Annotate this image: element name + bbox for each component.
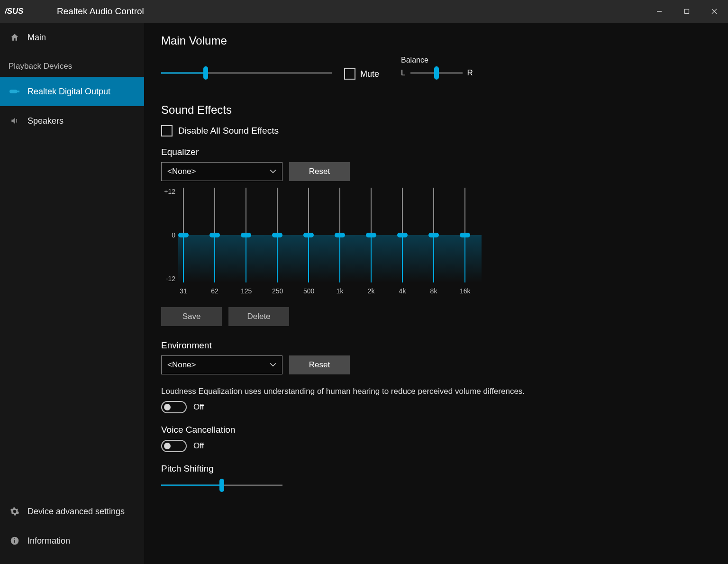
eq-band-label: 4k: [397, 287, 408, 295]
eq-band-label: 62: [209, 287, 220, 295]
eq-band-label: 125: [241, 287, 251, 295]
chevron-down-icon: [270, 362, 276, 368]
eq-band-125[interactable]: [241, 188, 251, 282]
eq-band-8k[interactable]: [428, 188, 439, 282]
svg-rect-9: [14, 538, 15, 539]
content: Main Volume Mute Balance L R: [144, 23, 728, 564]
sidebar-item-advanced[interactable]: Device advanced settings: [0, 497, 144, 526]
optical-icon: [9, 86, 20, 97]
info-icon: [9, 536, 20, 546]
sidebar-item-main[interactable]: Main: [0, 23, 144, 52]
balance-left-label: L: [401, 68, 405, 78]
window-controls: [646, 2, 728, 20]
voice-cancel-state-label: Off: [193, 441, 204, 451]
sidebar: Main Playback Devices Realtek Digital Ou…: [0, 23, 144, 564]
eq-band-2k[interactable]: [366, 188, 376, 282]
eq-band-label: 31: [178, 287, 189, 295]
svg-rect-6: [17, 91, 19, 92]
equalizer-scale: +12 0 -12: [161, 188, 175, 282]
balance-label: Balance: [401, 56, 428, 64]
maximize-button[interactable]: [673, 2, 701, 20]
loudness-state-label: Off: [193, 402, 204, 412]
environment-reset-button[interactable]: Reset: [289, 355, 350, 374]
equalizer-preset-dropdown[interactable]: <None>: [161, 162, 282, 181]
pitch-label: Pitch Shifting: [161, 464, 728, 474]
eq-band-label: 1k: [335, 287, 345, 295]
eq-band-250[interactable]: [272, 188, 282, 282]
sidebar-item-speakers[interactable]: Speakers: [0, 106, 144, 136]
eq-band-62[interactable]: [209, 188, 220, 282]
sidebar-section-header: Playback Devices: [0, 52, 144, 77]
close-button[interactable]: [701, 2, 728, 20]
voice-cancel-toggle[interactable]: [161, 440, 187, 452]
sound-effects-title: Sound Effects: [161, 103, 728, 117]
sidebar-item-label: Information: [27, 536, 70, 546]
loudness-description: Loudness Equalization uses understanding…: [161, 387, 728, 396]
eq-band-16k[interactable]: [460, 188, 470, 282]
loudness-toggle[interactable]: [161, 401, 187, 413]
mute-checkbox[interactable]: [344, 68, 355, 80]
balance-slider[interactable]: [410, 66, 463, 80]
environment-preset-dropdown[interactable]: <None>: [161, 355, 282, 374]
environment-label: Environment: [161, 340, 728, 351]
svg-text:/SUS: /SUS: [5, 7, 24, 16]
sidebar-item-digital-output[interactable]: Realtek Digital Output: [0, 77, 144, 106]
eq-band-label: 16k: [460, 287, 470, 295]
main-volume-slider[interactable]: [161, 66, 332, 80]
equalizer-delete-button[interactable]: Delete: [228, 307, 289, 326]
eq-band-500[interactable]: [303, 188, 314, 282]
eq-band-label: 8k: [428, 287, 439, 295]
svg-rect-5: [9, 90, 18, 93]
environment-preset-value: <None>: [167, 360, 196, 370]
voice-cancel-label: Voice Cancellation: [161, 425, 728, 435]
equalizer-save-button[interactable]: Save: [161, 307, 222, 326]
equalizer-label: Equalizer: [161, 147, 728, 157]
disable-effects-label: Disable All Sound Effects: [178, 126, 279, 136]
chevron-down-icon: [270, 168, 276, 175]
sidebar-item-label: Device advanced settings: [27, 507, 125, 517]
eq-band-label: 2k: [366, 287, 376, 295]
mute-label: Mute: [360, 69, 379, 79]
app-title: Realtek Audio Control: [57, 6, 144, 17]
eq-band-31[interactable]: [178, 188, 189, 282]
eq-band-label: 250: [272, 287, 282, 295]
gear-icon: [9, 506, 20, 517]
sidebar-item-information[interactable]: Information: [0, 526, 144, 555]
pitch-slider[interactable]: [161, 479, 282, 492]
titlebar: /SUS Realtek Audio Control: [0, 0, 728, 23]
svg-rect-8: [14, 540, 15, 543]
equalizer-graph: +12 0 -12 31621252505001k2k4k8k16k: [161, 188, 488, 301]
speaker-icon: [9, 116, 20, 126]
asus-logo: /SUS: [5, 5, 47, 18]
sidebar-item-label: Realtek Digital Output: [27, 87, 110, 97]
sidebar-item-label: Main: [27, 33, 46, 43]
balance-right-label: R: [467, 68, 473, 78]
sidebar-item-label: Speakers: [27, 116, 64, 126]
eq-band-4k[interactable]: [397, 188, 408, 282]
equalizer-reset-button[interactable]: Reset: [289, 162, 350, 181]
equalizer-preset-value: <None>: [167, 167, 196, 176]
eq-band-label: 500: [303, 287, 314, 295]
svg-rect-2: [685, 9, 689, 14]
disable-effects-checkbox[interactable]: [161, 125, 173, 136]
home-icon: [9, 32, 20, 43]
main-volume-title: Main Volume: [161, 34, 728, 47]
minimize-button[interactable]: [646, 2, 673, 20]
eq-band-1k[interactable]: [335, 188, 345, 282]
